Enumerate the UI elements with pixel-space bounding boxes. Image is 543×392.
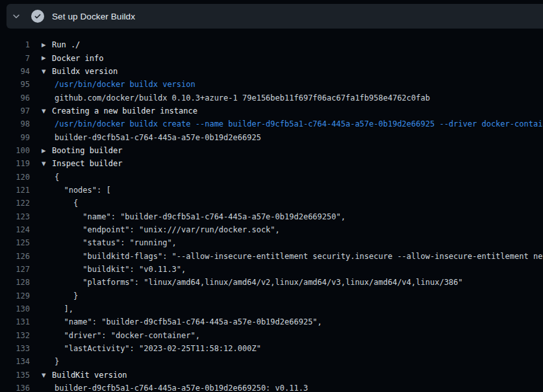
output-text: { <box>55 173 59 182</box>
log-line: 124 "endpoint": "unix:///var/run/docker.… <box>0 223 543 236</box>
line-number[interactable]: 100 <box>0 146 30 155</box>
log-line: 95/usr/bin/docker buildx version <box>0 78 543 91</box>
line-number[interactable]: 126 <box>0 252 30 261</box>
line-number[interactable]: 131 <box>0 317 30 326</box>
log-line: 96github.com/docker/buildx 0.10.3+azure-… <box>0 91 543 104</box>
output-text: "nodes": [ <box>55 186 111 195</box>
line-number[interactable]: 127 <box>0 265 30 274</box>
output-text: "lastActivity": "2023-02-25T11:58:12.000… <box>55 344 261 353</box>
group-expanded-icon[interactable]: ▼ <box>42 157 49 170</box>
line-number[interactable]: 98 <box>0 119 30 129</box>
line-number[interactable]: 1 <box>0 40 30 49</box>
log-line: 126 "buildkitd-flags": "--allow-insecure… <box>0 250 543 263</box>
line-number[interactable]: 135 <box>0 371 30 380</box>
group-collapsed-icon[interactable]: ▶ <box>42 38 49 51</box>
log-line: 99builder-d9cfb5a1-c764-445a-a57e-0b19d2… <box>0 130 543 143</box>
group-title: Run ./ <box>52 40 80 49</box>
group-collapsed-icon[interactable]: ▶ <box>42 144 49 157</box>
output-text: "status": "running", <box>55 238 177 247</box>
output-text: "name": "builder-d9cfb5a1-c764-445a-a57e… <box>55 212 346 221</box>
group-title: Buildx version <box>52 67 118 76</box>
group-title: Inspect builder <box>52 159 122 168</box>
output-text: "endpoint": "unix:///var/run/docker.sock… <box>55 225 280 234</box>
log-line: 125 "status": "running", <box>0 236 543 249</box>
line-number[interactable]: 134 <box>0 357 30 366</box>
output-text: "name": "builder-d9cfb5a1-c764-445a-a57e… <box>55 317 322 326</box>
check-circle-icon <box>31 10 44 23</box>
output-text: } <box>55 291 78 300</box>
line-number[interactable]: 97 <box>0 106 30 116</box>
group-title: Creating a new builder instance <box>52 106 197 116</box>
group-title: Docker info <box>52 54 103 63</box>
line-number[interactable]: 99 <box>0 133 30 142</box>
output-text: } <box>55 357 59 366</box>
line-number[interactable]: 121 <box>0 186 30 195</box>
log-group-row[interactable]: 100▶Booting builder <box>0 144 543 157</box>
group-title: Booting builder <box>52 146 122 155</box>
log-group-row[interactable]: 119▼Inspect builder <box>0 157 543 170</box>
log-group-row[interactable]: 1▶Run ./ <box>0 38 543 51</box>
log-line: 127 "buildkit": "v0.11.3", <box>0 263 543 276</box>
log-group-row[interactable]: 7▶Docker info <box>0 51 543 64</box>
output-text: builder-d9cfb5a1-c764-445a-a57e-0b19d2e6… <box>55 133 261 142</box>
group-expanded-icon[interactable]: ▼ <box>42 65 49 78</box>
output-text: ], <box>55 304 73 313</box>
line-number[interactable]: 123 <box>0 212 30 221</box>
log-line: 120{ <box>0 170 543 183</box>
line-number[interactable]: 96 <box>0 93 30 103</box>
log-group-row[interactable]: 97▼Creating a new builder instance <box>0 104 543 117</box>
output-text: "driver": "docker-container", <box>55 331 200 340</box>
log-line: 133 "lastActivity": "2023-02-25T11:58:12… <box>0 342 543 355</box>
line-number[interactable]: 132 <box>0 331 30 340</box>
log-line: 98/usr/bin/docker buildx create --name b… <box>0 117 543 130</box>
log-line: 136builder-d9cfb5a1-c764-445a-a57e-0b19d… <box>0 382 543 392</box>
line-number[interactable]: 125 <box>0 238 30 247</box>
log-group-row[interactable]: 135▼BuildKit version <box>0 369 543 382</box>
output-text: github.com/docker/buildx 0.10.3+azure-1 … <box>55 93 430 103</box>
output-text: "platforms": "linux/amd64,linux/amd64/v2… <box>55 278 463 287</box>
chevron-down-icon[interactable] <box>6 4 26 29</box>
command-text: /usr/bin/docker buildx version <box>55 80 196 89</box>
output-text: "buildkitd-flags": "--allow-insecure-ent… <box>55 252 543 261</box>
log-line: 128 "platforms": "linux/amd64,linux/amd6… <box>0 276 543 289</box>
output-text: { <box>55 199 78 208</box>
step-header-set-up-docker-buildx[interactable]: Set up Docker Buildx <box>6 4 543 29</box>
group-title: BuildKit version <box>52 371 127 380</box>
command-text: /usr/bin/docker buildx create --name bui… <box>55 119 543 129</box>
line-number[interactable]: 128 <box>0 278 30 287</box>
log-viewer: 1▶Run ./7▶Docker info94▼Buildx version95… <box>0 29 543 392</box>
log-line: 122 { <box>0 197 543 210</box>
output-text: "buildkit": "v0.11.3", <box>55 265 186 274</box>
log-line: 130 ], <box>0 302 543 315</box>
log-line: 123 "name": "builder-d9cfb5a1-c764-445a-… <box>0 210 543 223</box>
line-number[interactable]: 95 <box>0 80 30 89</box>
group-expanded-icon[interactable]: ▼ <box>42 104 49 117</box>
line-number[interactable]: 133 <box>0 344 30 353</box>
line-number[interactable]: 136 <box>0 384 30 392</box>
log-line: 132 "driver": "docker-container", <box>0 329 543 342</box>
output-text: builder-d9cfb5a1-c764-445a-a57e-0b19d2e6… <box>55 384 308 392</box>
chevron-down-icon <box>12 12 21 21</box>
line-number[interactable]: 94 <box>0 67 30 76</box>
line-number[interactable]: 129 <box>0 291 30 300</box>
line-number[interactable]: 7 <box>0 54 30 63</box>
line-number[interactable]: 124 <box>0 225 30 234</box>
step-title: Set up Docker Buildx <box>52 12 135 21</box>
log-line: 134} <box>0 355 543 368</box>
log-line: 121 "nodes": [ <box>0 184 543 197</box>
group-collapsed-icon[interactable]: ▶ <box>42 51 49 64</box>
line-number[interactable]: 130 <box>0 304 30 313</box>
line-number[interactable]: 122 <box>0 199 30 208</box>
line-number[interactable]: 120 <box>0 173 30 182</box>
log-line: 129 } <box>0 289 543 302</box>
line-number[interactable]: 119 <box>0 159 30 168</box>
log-line: 131 "name": "builder-d9cfb5a1-c764-445a-… <box>0 315 543 328</box>
group-expanded-icon[interactable]: ▼ <box>42 369 49 382</box>
log-group-row[interactable]: 94▼Buildx version <box>0 65 543 78</box>
